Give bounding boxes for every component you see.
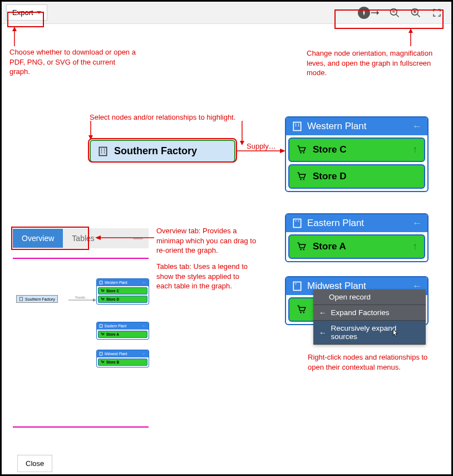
svg-rect-36 (293, 219, 301, 228)
svg-point-33 (303, 152, 304, 153)
plant-header: Eastern Plant ← (286, 214, 427, 232)
svg-marker-11 (12, 27, 17, 31)
building-icon (292, 121, 303, 132)
svg-marker-13 (408, 28, 413, 33)
cursor-icon (391, 328, 399, 337)
mini-midwest: Midwest Plant← Store B (96, 350, 149, 367)
toolbar-tools (358, 7, 447, 18)
mini-western: Western Plant← Store C Store D (96, 278, 149, 305)
cart-icon (296, 242, 307, 252)
caret-down-icon (37, 11, 41, 14)
compass-icon[interactable] (358, 7, 379, 18)
arrow-to-export (6, 27, 23, 49)
plant-name: Western Plant (307, 121, 366, 132)
svg-rect-51 (100, 325, 102, 327)
arrow-left-icon: ← (319, 328, 327, 337)
collapse-left-icon[interactable]: ← (412, 218, 422, 229)
building-icon (292, 281, 303, 292)
svg-point-44 (303, 312, 304, 313)
collapse-left-icon: ← (142, 351, 146, 356)
cart-icon (296, 145, 307, 155)
svg-marker-0 (363, 10, 365, 16)
svg-rect-52 (100, 352, 102, 355)
svg-rect-47 (19, 297, 22, 301)
store-label: Store C (313, 144, 346, 155)
svg-point-40 (303, 249, 304, 250)
arrow-left-icon: ← (319, 308, 327, 317)
mini-eastern: Eastern Plant← Store A (96, 322, 149, 340)
svg-point-43 (300, 312, 301, 313)
building-icon (99, 352, 103, 356)
node-store-d[interactable]: Store D (288, 164, 425, 189)
collapse-left-icon[interactable]: ← (412, 121, 422, 132)
node-store-c[interactable]: Store C ↑ (288, 138, 425, 162)
node-store-a[interactable]: Store A ↑ (288, 234, 425, 259)
mini-factory: Southern Factory (16, 295, 58, 303)
plant-name: Eastern Plant (307, 218, 364, 229)
factory-label: Southern Factory (114, 145, 197, 157)
annotation-export: Choose whether to download or open a PDF… (9, 47, 137, 77)
svg-point-32 (300, 152, 301, 153)
building-icon (97, 146, 109, 157)
context-menu: Open record ← Expand Factories ← Recursi… (313, 289, 426, 345)
svg-marker-2 (377, 11, 379, 15)
export-label: Export (12, 8, 33, 17)
zoom-out-icon[interactable] (389, 7, 400, 18)
close-button[interactable]: Close (17, 455, 52, 472)
cart-icon (101, 332, 105, 336)
cart-icon (296, 171, 307, 181)
cart-icon (296, 305, 307, 315)
ctx-label: Recursively expand sources (331, 324, 421, 341)
svg-marker-15 (88, 135, 93, 140)
minimap[interactable]: Southern Factory Supply… Western Plant← … (13, 258, 149, 428)
store-label: Store A (313, 241, 346, 252)
svg-point-35 (303, 179, 304, 180)
tab-tables[interactable]: Tables (63, 229, 103, 248)
export-button[interactable]: Export (6, 4, 47, 21)
plant-header: Western Plant ← (286, 117, 427, 135)
toolbar: Export (2, 2, 451, 24)
mini-factory-label: Southern Factory (25, 297, 55, 301)
edge-supply-label: Supply… (247, 141, 276, 151)
svg-line-4 (396, 14, 399, 17)
cart-icon (101, 360, 105, 364)
ctx-expand-sources[interactable]: ← Recursively expand sources (313, 321, 426, 345)
building-icon (292, 218, 303, 229)
ctx-expand-factories[interactable]: ← Expand Factories (313, 305, 426, 321)
annotation-select: Select nodes and/or relationships to hig… (90, 112, 251, 122)
svg-rect-50 (100, 281, 102, 284)
up-arrow-icon: ↑ (413, 144, 418, 155)
svg-rect-18 (99, 147, 106, 155)
zoom-in-icon[interactable] (410, 7, 421, 18)
up-arrow-icon: ↑ (413, 241, 418, 252)
svg-marker-17 (240, 141, 244, 145)
svg-point-34 (300, 179, 301, 180)
ctx-label: Open record (329, 293, 371, 301)
tabs-bar: Overview Tables (13, 228, 149, 248)
ctx-open-record[interactable]: Open record (313, 289, 426, 305)
store-label: Store D (313, 171, 346, 182)
building-icon (99, 281, 103, 284)
svg-rect-27 (293, 122, 301, 131)
cart-icon (101, 289, 105, 293)
node-western-plant[interactable]: Western Plant ← Store C ↑ Store D (285, 116, 429, 192)
ctx-label: Expand Factories (331, 308, 390, 317)
annotation-context: Right-click nodes and relationships to o… (308, 352, 436, 372)
annotation-tools: Change node orientation, magnification l… (307, 48, 446, 78)
annotation-overview: Overview tab: Provides a minimap which y… (156, 226, 257, 256)
arrow-select-right (237, 119, 248, 146)
collapse-left-icon: ← (142, 280, 146, 285)
fullscreen-icon[interactable] (431, 7, 442, 18)
svg-rect-41 (293, 282, 301, 291)
node-eastern-plant[interactable]: Eastern Plant ← Store A ↑ (285, 213, 429, 262)
drag-handle-icon[interactable] (133, 238, 143, 239)
node-southern-factory[interactable]: Southern Factory (90, 140, 235, 163)
svg-point-39 (300, 249, 301, 250)
collapse-left-icon: ← (142, 323, 146, 328)
cart-icon (101, 297, 105, 301)
svg-line-7 (417, 14, 420, 17)
annotation-tables: Tables tab: Uses a legend to show the st… (156, 262, 257, 291)
mini-edge (68, 298, 96, 302)
tab-overview[interactable]: Overview (13, 229, 63, 248)
building-icon (19, 297, 23, 301)
